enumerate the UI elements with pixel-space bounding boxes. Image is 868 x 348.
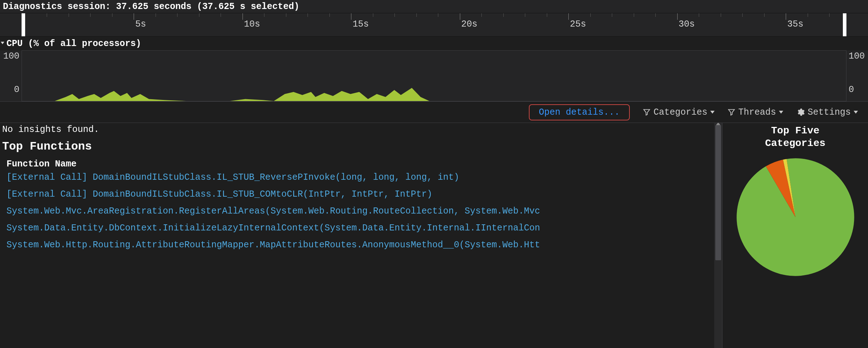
function-link[interactable]: [External Call] DomainBoundILStubClass.I… [6,172,722,183]
timeline-tick-label: 5s [135,19,146,29]
session-header: Diagnostics session: 37.625 seconds (37.… [0,0,868,13]
cpu-section-header[interactable]: CPU (% of all processors) [0,37,868,50]
threads-dropdown[interactable]: Threads [728,107,783,118]
open-details-link[interactable]: Open details... [529,104,630,120]
timeline-tick-label: 25s [570,19,586,29]
cpu-plot-area[interactable] [22,50,846,101]
toolbar: Open details... Categories Threads Setti… [0,101,868,123]
categories-pie-panel: Top Five Categories [722,123,868,348]
timeline-tick-label: 20s [461,19,477,29]
function-link[interactable]: System.Web.Mvc.AreaRegistration.Register… [6,206,722,216]
functions-panel: No insights found. Top Functions Functio… [0,123,722,348]
cpu-section-label: CPU (% of all processors) [6,38,141,49]
cpu-graph[interactable]: 100 0 100 0 [0,50,868,101]
function-link[interactable]: [External Call] DomainBoundILStubClass.I… [6,189,722,200]
categories-pie-chart[interactable] [731,152,860,282]
timeline-ruler[interactable]: 5s10s15s20s25s30s35s [0,13,868,37]
categories-dropdown[interactable]: Categories [643,107,715,118]
settings-dropdown[interactable]: Settings [796,107,858,118]
filter-icon [728,108,735,116]
function-link[interactable]: System.Web.Http.Routing.AttributeRouting… [6,240,722,250]
timeline-tick-label: 10s [244,19,260,29]
top-functions-heading: Top Functions [2,138,722,159]
function-list: [External Call] DomainBoundILStubClass.I… [2,172,722,250]
gear-icon [796,108,805,116]
cpu-axis-right: 100 0 [846,50,868,101]
no-insights-text: No insights found. [2,123,722,138]
open-details-label: Open details... [539,107,620,118]
function-link[interactable]: System.Data.Entity.DbContext.InitializeL… [6,223,722,233]
pie-title: Top Five Categories [765,123,825,152]
timeline-tick-label: 35s [787,19,803,29]
chevron-down-icon [710,111,715,114]
filter-icon [643,108,651,116]
settings-label: Settings [808,107,851,118]
scroll-thumb[interactable] [715,125,721,260]
session-header-text: Diagnostics session: 37.625 seconds (37.… [3,1,299,12]
threads-label: Threads [738,107,776,118]
cpu-axis-left: 100 0 [0,50,22,101]
cpu-axis-top-r: 100 [849,51,866,61]
chevron-down-icon [779,111,783,114]
scrollbar[interactable] [714,123,722,348]
cpu-sparkline [22,51,846,101]
chevron-down-icon [854,111,858,114]
chevron-down-icon [1,42,4,44]
main-content: No insights found. Top Functions Functio… [0,123,868,348]
timeline-tick-label: 30s [679,19,695,29]
cpu-axis-bottom-r: 0 [849,84,866,95]
timeline-tick-label: 15s [352,19,369,29]
cpu-axis-top: 100 [2,51,19,61]
categories-label: Categories [654,107,707,118]
function-name-column-header: Function Name [2,159,722,172]
cpu-axis-bottom: 0 [2,84,19,95]
